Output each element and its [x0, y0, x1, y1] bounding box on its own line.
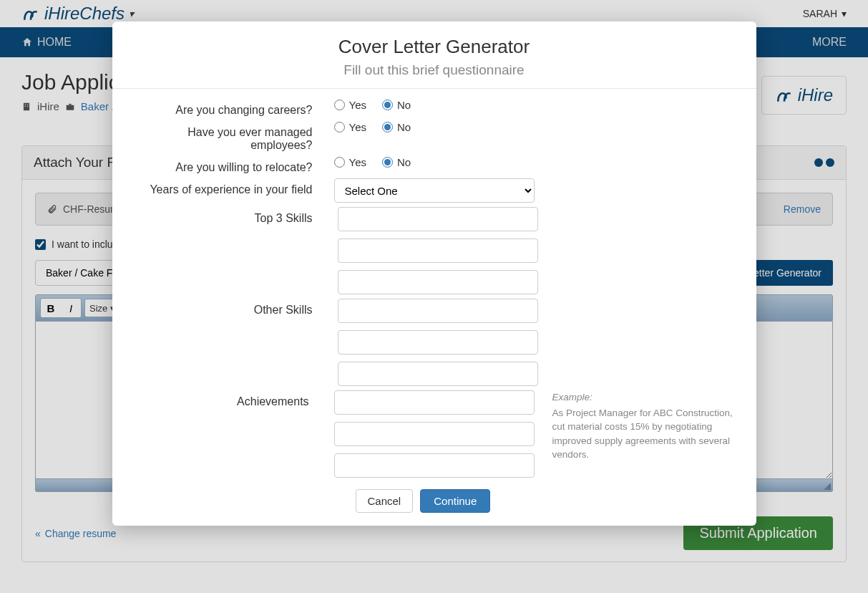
years-select[interactable]: Select One: [334, 178, 535, 203]
top3-skill-3[interactable]: [338, 270, 538, 294]
modal-title: Cover Letter Generator: [127, 36, 742, 58]
example-text: As Project Manager for ABC Construction,…: [552, 408, 733, 461]
row-other: Other Skills: [134, 299, 735, 386]
careers-yes[interactable]: Yes: [334, 99, 366, 111]
row-years: Years of experience in your field Select…: [134, 178, 735, 203]
top3-skill-1[interactable]: [338, 207, 538, 231]
achievement-3[interactable]: [334, 453, 535, 478]
cover-letter-modal: Cover Letter Generator Fill out this bri…: [112, 21, 756, 526]
careers-no[interactable]: No: [382, 99, 411, 111]
relocate-no[interactable]: No: [382, 156, 411, 168]
other-skill-3[interactable]: [338, 362, 538, 386]
top3-skill-2[interactable]: [338, 238, 538, 263]
row-managed-employees: Have you ever managed employees? Yes No: [134, 121, 735, 152]
other-skill-1[interactable]: [338, 299, 538, 323]
label-other: Other Skills: [134, 299, 334, 317]
relocate-yes[interactable]: Yes: [334, 156, 366, 168]
example-label: Example:: [552, 390, 735, 405]
other-skill-2[interactable]: [338, 330, 538, 355]
continue-button[interactable]: Continue: [420, 489, 490, 513]
label-changing-careers: Are you changing careers?: [134, 99, 334, 117]
modal-header: Cover Letter Generator Fill out this bri…: [112, 21, 756, 89]
label-years: Years of experience in your field: [134, 178, 334, 196]
row-changing-careers: Are you changing careers? Yes No: [134, 99, 735, 117]
achievement-1[interactable]: [334, 390, 535, 415]
modal-body: Are you changing careers? Yes No Have yo…: [112, 89, 756, 513]
managed-no[interactable]: No: [382, 121, 411, 133]
row-relocate: Are you willing to relocate? Yes No: [134, 156, 735, 174]
label-top3: Top 3 Skills: [134, 207, 334, 225]
modal-subtitle: Fill out this brief questionnaire: [127, 62, 742, 78]
row-top3: Top 3 Skills: [134, 207, 735, 294]
achievement-example: Example: As Project Manager for ABC Cons…: [538, 390, 735, 462]
label-relocate: Are you willing to relocate?: [134, 156, 334, 174]
achievement-2[interactable]: [334, 422, 535, 446]
row-achievements: Achievements Example: As Project Manager…: [134, 390, 735, 478]
label-managed: Have you ever managed employees?: [134, 121, 334, 152]
modal-actions: Cancel Continue: [134, 489, 735, 513]
managed-yes[interactable]: Yes: [334, 121, 366, 133]
label-achievements: Achievements: [134, 390, 331, 408]
cancel-button[interactable]: Cancel: [356, 489, 414, 513]
